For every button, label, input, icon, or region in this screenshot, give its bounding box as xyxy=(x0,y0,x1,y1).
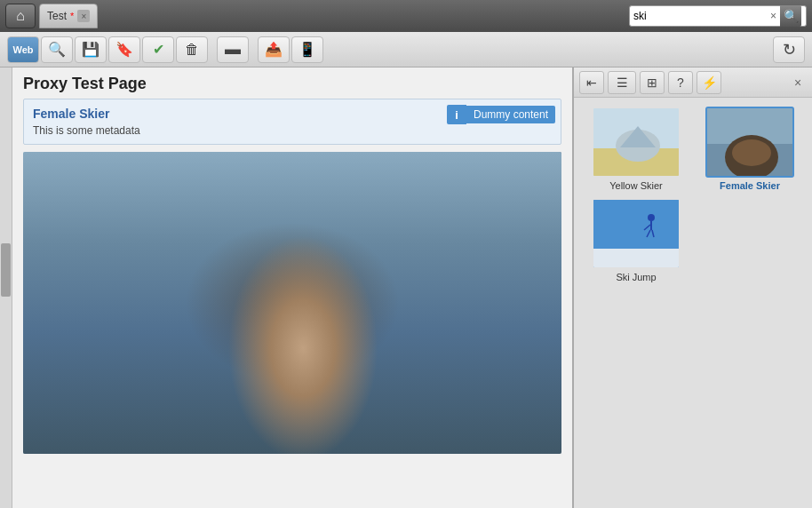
search-go-button[interactable]: 🔍 xyxy=(780,5,801,27)
main-layout: Proxy Test Page Female Skier This is som… xyxy=(0,67,812,508)
export-button[interactable]: 📤 xyxy=(258,36,290,63)
code-button[interactable]: ⚡ xyxy=(697,71,721,94)
top-bar: ⌂ Test * × × 🔍 xyxy=(0,0,812,32)
web-view-button[interactable]: Web xyxy=(7,36,39,63)
mobile-button[interactable]: 📱 xyxy=(291,36,323,63)
refresh-button[interactable]: ↻ xyxy=(773,36,805,63)
article-meta: This is some metadata xyxy=(33,124,552,137)
thumb-label-female-skier: Female Skier xyxy=(720,180,780,191)
toolbar: Web 🔍 💾 🔖 ✔ 🗑 ▬ 📤 📱 ↻ xyxy=(0,32,812,67)
tab-modified-indicator: * xyxy=(70,11,74,21)
scrollbar-thumb[interactable] xyxy=(1,243,11,297)
thumbnail-female-skier[interactable]: Female Skier xyxy=(697,107,803,191)
bookmark-button[interactable]: 🔖 xyxy=(108,36,140,63)
toolbar-right: ↻ xyxy=(773,36,805,63)
thumb-label-ski-jump: Ski Jump xyxy=(616,272,656,282)
home-button[interactable]: ⌂ xyxy=(5,4,36,28)
search-icon: 🔍 xyxy=(48,41,66,58)
yellow-skier-image xyxy=(593,108,679,176)
check-button[interactable]: ✔ xyxy=(142,36,174,63)
svg-rect-11 xyxy=(650,221,652,230)
grid-view-button[interactable]: ⊞ xyxy=(640,71,665,94)
ski-jump-image xyxy=(593,200,679,267)
right-panel: ⇤ ☰ ⊞ ? ⚡ × xyxy=(572,67,812,508)
export-icon: 📤 xyxy=(265,41,283,58)
thumbnail-ski-jump[interactable]: Ski Jump xyxy=(583,198,689,282)
thumbnails-grid: Yellow Skier Female Skier xyxy=(574,98,812,291)
bookmark-icon: 🔖 xyxy=(115,41,133,58)
thumb-img-female-skier xyxy=(705,107,794,178)
dummy-content-button[interactable]: Dummy content xyxy=(466,106,555,123)
indent-icon: ⇤ xyxy=(586,75,597,90)
skier-image-overlay xyxy=(23,152,561,454)
content-area: Proxy Test Page Female Skier This is som… xyxy=(0,67,572,508)
help-icon: ? xyxy=(677,75,684,90)
help-button[interactable]: ? xyxy=(668,71,693,94)
svg-point-10 xyxy=(648,214,655,221)
right-panel-toolbar: ⇤ ☰ ⊞ ? ⚡ × xyxy=(574,67,812,98)
search-bar: × 🔍 xyxy=(629,5,807,27)
refresh-icon: ↻ xyxy=(783,40,796,60)
code-icon: ⚡ xyxy=(702,75,717,90)
web-icon: Web xyxy=(12,44,33,55)
thumbnail-yellow-skier[interactable]: Yellow Skier xyxy=(583,107,689,191)
save-button[interactable]: 💾 xyxy=(75,36,107,63)
main-article-image xyxy=(23,152,561,454)
info-icon-button[interactable]: i xyxy=(447,105,466,124)
female-skier-image xyxy=(707,108,792,176)
grid-icon: ⊞ xyxy=(647,75,657,90)
indent-button[interactable]: ⇤ xyxy=(579,71,604,94)
svg-rect-9 xyxy=(593,249,681,269)
check-icon: ✔ xyxy=(153,41,164,58)
mobile-icon: 📱 xyxy=(299,41,316,58)
search-clear-button[interactable]: × xyxy=(770,10,776,22)
info-badge: i Dummy content xyxy=(447,105,555,124)
save-icon: 💾 xyxy=(82,41,100,58)
thumb-img-yellow-skier xyxy=(592,107,681,178)
tab-test[interactable]: Test * × xyxy=(39,4,98,28)
layout-icon: ▬ xyxy=(225,40,241,59)
page-title: Proxy Test Page xyxy=(12,67,572,99)
search-input[interactable] xyxy=(633,10,767,22)
panel-close-button[interactable]: × xyxy=(789,74,807,91)
article-box: Female Skier This is some metadata i Dum… xyxy=(23,99,561,145)
thumb-label-yellow-skier: Yellow Skier xyxy=(609,180,663,191)
tab-label: Test xyxy=(47,10,67,22)
info-symbol: i xyxy=(455,108,458,122)
svg-point-7 xyxy=(732,139,771,166)
delete-button[interactable]: 🗑 xyxy=(176,36,208,63)
search-button[interactable]: 🔍 xyxy=(41,36,73,63)
thumb-img-ski-jump xyxy=(592,198,681,269)
tab-close-button[interactable]: × xyxy=(77,10,90,22)
layout-button[interactable]: ▬ xyxy=(217,36,249,63)
delete-icon: 🗑 xyxy=(185,42,199,58)
list-view-button[interactable]: ☰ xyxy=(608,71,636,94)
left-scrollbar[interactable] xyxy=(0,67,12,508)
list-icon: ☰ xyxy=(617,75,628,90)
